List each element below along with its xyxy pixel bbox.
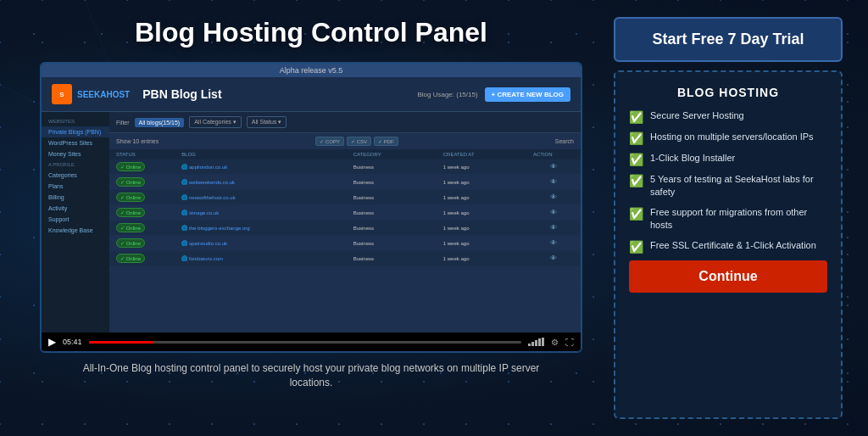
- sidebar-item-knowledge[interactable]: Knowledge Base: [42, 225, 109, 236]
- subtitle-text: All-In-One Blog hosting control panel to…: [65, 361, 557, 390]
- td-status-7: ✓ Online: [116, 254, 173, 263]
- table-row: ✓ Online 🌐 simage.co.uk Business 1 week …: [109, 205, 581, 221]
- vol-bar-5: [542, 338, 544, 346]
- td-action-1[interactable]: 👁: [533, 163, 574, 170]
- vol-bar-2: [531, 342, 534, 346]
- copy-btn[interactable]: ✓ COPY: [315, 137, 344, 146]
- panel-filters: Filter All blogs(15/15) All Categories ▾…: [109, 112, 581, 133]
- trial-button-text: Start Free 7 Day Trial: [632, 31, 824, 48]
- table-show: Show 10 entries: [116, 138, 159, 144]
- sidebar-item-pbn[interactable]: Private Blogs (PBN): [42, 126, 109, 137]
- sidebar-item-plans[interactable]: Plans: [42, 181, 109, 192]
- sidebar-item-websites[interactable]: Websites: [42, 116, 109, 126]
- progress-fill: [89, 341, 154, 344]
- panel-logo: S SEEKAHOST: [52, 84, 130, 104]
- feature-item-1: ✅ Secure Server Hosting: [629, 109, 827, 124]
- sidebar-item-money[interactable]: Money Sites: [42, 148, 109, 159]
- feature-text-6: Free SSL Certificate & 1-Click Activatio…: [650, 239, 816, 252]
- td-created-4: 1 week ago: [443, 210, 525, 215]
- td-cat-7: Business: [353, 256, 435, 261]
- td-blog-1: 🌐 appliondon.co.uk: [181, 164, 344, 170]
- td-action-2[interactable]: 👁: [533, 178, 574, 186]
- csv-btn[interactable]: ✓ CSV: [347, 137, 371, 146]
- td-created-5: 1 week ago: [443, 226, 525, 231]
- sidebar-item-categories[interactable]: Categories: [42, 170, 109, 181]
- table-header: STATUS BLOG CATEGORY CREATED AT ACTION: [109, 149, 581, 159]
- panel-usage: Blog Usage: (15/15): [417, 91, 477, 98]
- td-action-4[interactable]: 👁: [533, 209, 574, 216]
- feature-text-5: Free support for migrations from other h…: [650, 206, 827, 232]
- feature-text-2: Hosting on multiple servers/location IPs: [650, 131, 814, 143]
- trial-button[interactable]: Start Free 7 Day Trial: [614, 17, 843, 62]
- check-icon-1: ✅: [629, 110, 643, 124]
- panel-logo-img: S: [52, 84, 72, 104]
- check-icon-5: ✅: [629, 207, 643, 221]
- sidebar-item-billing[interactable]: Billing: [42, 192, 109, 203]
- td-blog-4: 🌐 simage.co.uk: [181, 210, 344, 215]
- td-cat-2: Business: [353, 180, 435, 185]
- td-created-7: 1 week ago: [443, 256, 525, 261]
- continue-button[interactable]: Continue: [629, 260, 827, 293]
- table-row: ✓ Online 🌐 spairstudio.co.uk Business 1 …: [109, 236, 581, 251]
- td-cat-1: Business: [353, 165, 435, 170]
- td-blog-2: 🌐 webweekends.co.uk: [181, 179, 344, 185]
- pdf-btn[interactable]: ✓ PDF: [374, 137, 398, 146]
- create-new-blog-button[interactable]: + CREATE NEW BLOG: [485, 87, 570, 102]
- video-container: Alpha release v5.5 S SEEKAHOST PBN Blog …: [40, 62, 582, 353]
- td-status-2: ✓ Online: [116, 177, 173, 187]
- td-action-3[interactable]: 👁: [533, 193, 574, 201]
- vol-bar-1: [528, 344, 531, 346]
- th-status: STATUS: [116, 152, 173, 157]
- check-icon-6: ✅: [629, 240, 643, 254]
- feature-text-3: 1-Click Blog Installer: [650, 152, 735, 165]
- panel-header-right: Blog Usage: (15/15) + CREATE NEW BLOG: [417, 87, 570, 102]
- vol-bar-4: [538, 338, 541, 346]
- progress-bar[interactable]: [89, 341, 521, 344]
- sidebar-item-wordpress[interactable]: WordPress Sites: [42, 137, 109, 148]
- left-section: Blog Hosting Control Panel Alpha release…: [25, 17, 597, 419]
- td-blog-7: 🌐 fondoeuro.com: [181, 255, 344, 261]
- td-action-5[interactable]: 👁: [533, 224, 574, 232]
- td-created-1: 1 week ago: [443, 165, 525, 170]
- vol-bar-3: [535, 340, 537, 346]
- video-controls: ▶ 05:41 ⚙ ⛶: [42, 333, 581, 351]
- filter-categories-btn[interactable]: All Categories ▾: [189, 116, 242, 128]
- td-blog-3: 🌐 newsofthehost.co.uk: [181, 194, 344, 200]
- td-action-7[interactable]: 👁: [533, 254, 574, 262]
- settings-icon[interactable]: ⚙: [551, 338, 559, 347]
- features-title: BLOG HOSTING: [629, 86, 827, 99]
- feature-item-5: ✅ Free support for migrations from other…: [629, 206, 827, 232]
- panel-layout: Websites Private Blogs (PBN) WordPress S…: [42, 112, 581, 333]
- td-cat-4: Business: [353, 210, 435, 215]
- panel-topbar: Alpha release v5.5: [42, 64, 581, 77]
- check-icon-4: ✅: [629, 174, 643, 187]
- sidebar-item-activity[interactable]: Activity: [42, 203, 109, 214]
- td-status-4: ✓ Online: [116, 208, 173, 217]
- table-search: Search: [555, 138, 574, 144]
- table-row: ✓ Online 🌐 newsofthehost.co.uk Business …: [109, 190, 581, 205]
- table-row: ✓ Online 🌐 fondoeuro.com Business 1 week…: [109, 251, 581, 266]
- table-row: ✓ Online 🌐 webweekends.co.uk Business 1 …: [109, 175, 581, 190]
- panel-title-area: PBN Blog List: [130, 87, 417, 102]
- feature-item-6: ✅ Free SSL Certificate & 1-Click Activat…: [629, 239, 827, 254]
- filter-all-btn[interactable]: All blogs(15/15): [135, 118, 185, 127]
- table-row: ✓ Online 🌐 the-bloggers-exchange.org Bus…: [109, 221, 581, 236]
- feature-text-1: Secure Server Hosting: [650, 109, 744, 122]
- check-icon-3: ✅: [629, 153, 643, 166]
- fullscreen-icon[interactable]: ⛶: [565, 338, 574, 347]
- th-category: CATEGORY: [353, 152, 435, 157]
- check-icon-2: ✅: [629, 131, 643, 145]
- filter-status-btn[interactable]: All Status ▾: [247, 116, 287, 128]
- th-created: CREATED AT: [443, 152, 525, 157]
- table-row: ✓ Online 🌐 appliondon.co.uk Business 1 w…: [109, 159, 581, 175]
- volume-bars: [528, 338, 544, 346]
- sidebar-item-profile[interactable]: A Profile: [42, 159, 109, 170]
- td-created-2: 1 week ago: [443, 180, 525, 185]
- sidebar-item-support[interactable]: Support: [42, 214, 109, 225]
- td-status-1: ✓ Online: [116, 162, 173, 171]
- play-button[interactable]: ▶: [48, 336, 56, 348]
- panel-header: S SEEKAHOST PBN Blog List Blog Usage: (1…: [42, 77, 581, 112]
- td-action-6[interactable]: 👁: [533, 239, 574, 247]
- time-display: 05:41: [63, 338, 82, 346]
- panel-table-controls: Show 10 entries ✓ COPY ✓ CSV ✓ PDF Searc…: [109, 133, 581, 149]
